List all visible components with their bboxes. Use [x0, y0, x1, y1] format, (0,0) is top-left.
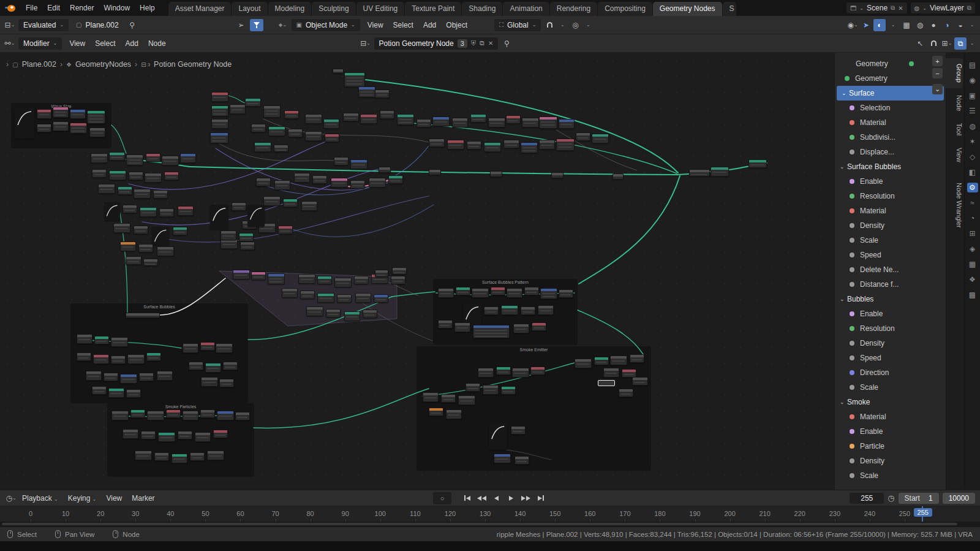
copy-icon[interactable]: ⧉: [967, 4, 971, 12]
socket-item-subdivisi-[interactable]: Subdivisi...: [835, 130, 946, 145]
chevron-down-icon[interactable]: ⌄: [840, 296, 847, 302]
graph-node[interactable]: [484, 306, 499, 315]
auto-key-toggle[interactable]: ○: [433, 492, 451, 504]
graph-node[interactable]: [551, 172, 564, 178]
graph-node[interactable]: [612, 173, 624, 180]
graph-node[interactable]: [37, 124, 51, 132]
graph-node[interactable]: [524, 287, 539, 295]
graph-node[interactable]: [391, 276, 405, 284]
socket-item-scale[interactable]: Scale: [835, 233, 946, 248]
graph-node[interactable]: [153, 190, 168, 199]
graph-node[interactable]: [478, 368, 494, 378]
shading-solid-icon[interactable]: ●: [927, 19, 940, 31]
pin-icon[interactable]: ⚲: [500, 37, 513, 50]
graph-node[interactable]: [223, 362, 238, 370]
menu-edit[interactable]: Edit: [42, 2, 65, 14]
graph-node[interactable]: [494, 454, 511, 463]
socket-item-material[interactable]: Material: [835, 203, 946, 218]
viewport-menu-view[interactable]: View: [363, 19, 388, 31]
chevron-down-icon[interactable]: ⌄: [840, 164, 847, 170]
viewport-menu-object[interactable]: Object: [441, 19, 472, 31]
graph-node[interactable]: [538, 305, 554, 315]
graph-node[interactable]: [748, 159, 767, 168]
proportional-editing-icon[interactable]: ◎: [569, 19, 581, 31]
graph-node[interactable]: [93, 354, 109, 364]
graph-node[interactable]: [195, 432, 211, 442]
graph-node[interactable]: [126, 313, 160, 318]
graph-node[interactable]: [87, 110, 105, 124]
graph-node[interactable]: [154, 452, 169, 461]
graph-node[interactable]: [298, 274, 315, 284]
graph-node[interactable]: [539, 140, 555, 150]
graph-node[interactable]: [113, 223, 130, 233]
node-graph-editor[interactable]: Wave SizeSurface BubblesSmoke ParticlesS…: [0, 53, 834, 490]
graph-node[interactable]: [513, 324, 529, 333]
graph-node[interactable]: [592, 134, 609, 143]
graph-node[interactable]: [126, 154, 143, 165]
graph-node[interactable]: [172, 454, 187, 463]
socket-group-bubbles[interactable]: ⌄Bubbles: [835, 292, 946, 306]
graph-node[interactable]: [254, 142, 271, 152]
graph-node[interactable]: [491, 287, 505, 295]
graph-node[interactable]: [109, 152, 125, 161]
graph-node[interactable]: [86, 371, 102, 381]
menu-help[interactable]: Help: [135, 2, 160, 14]
workspace-tab-geometry-nodes[interactable]: Geometry Nodes: [653, 2, 722, 16]
socket-group-surface-bubbles[interactable]: ⌄Surface Bubbles: [835, 159, 946, 174]
graph-node[interactable]: [216, 343, 233, 353]
graph-node[interactable]: [141, 431, 156, 439]
graph-node[interactable]: [178, 206, 194, 216]
graph-node[interactable]: [200, 409, 215, 418]
graph-node[interactable]: [278, 226, 293, 234]
graph-node[interactable]: [489, 423, 507, 450]
graph-node[interactable]: [576, 132, 590, 141]
properties-tab-icon-7[interactable]: ◧: [967, 167, 978, 177]
graph-node[interactable]: [355, 293, 371, 303]
graph-node[interactable]: [94, 336, 109, 344]
tool-dropdown[interactable]: ⌖⌄: [277, 19, 289, 31]
scrollbar-handle[interactable]: [2, 523, 957, 525]
node-menu-select[interactable]: Select: [90, 37, 120, 50]
socket-item-speed[interactable]: Speed: [835, 351, 946, 365]
graph-node[interactable]: [158, 432, 175, 442]
graph-node[interactable]: [190, 452, 205, 461]
socket-item-selection[interactable]: Selection: [835, 101, 946, 115]
graph-node[interactable]: [109, 170, 126, 180]
graph-node[interactable]: [501, 305, 518, 315]
socket-item-resolution[interactable]: Resolution: [835, 321, 946, 336]
graph-node[interactable]: [350, 159, 368, 169]
graph-node[interactable]: [104, 202, 120, 221]
graph-node[interactable]: [619, 389, 633, 397]
graph-node[interactable]: [127, 354, 145, 364]
socket-group-surface[interactable]: ⌄Surface: [837, 86, 944, 101]
graph-node[interactable]: [333, 69, 344, 74]
graph-node[interactable]: [594, 357, 609, 365]
graph-node[interactable]: [559, 119, 575, 129]
graph-node[interactable]: [344, 72, 365, 87]
graph-node[interactable]: [111, 337, 128, 347]
graph-node[interactable]: [233, 270, 250, 279]
workspace-tab-sculpting[interactable]: Sculpting: [312, 2, 355, 16]
graph-node[interactable]: [157, 246, 174, 256]
copy-icon[interactable]: ⧉: [480, 39, 484, 47]
tree-type-dropdown[interactable]: Modifier⌄: [18, 37, 62, 50]
socket-menu-dropdown[interactable]: ⌄: [932, 84, 943, 94]
graph-node[interactable]: [490, 171, 502, 177]
graph-node[interactable]: [15, 108, 34, 139]
sidebar-tab-group[interactable]: Group: [946, 58, 963, 88]
socket-item-density[interactable]: Density: [835, 454, 946, 468]
graph-node[interactable]: [145, 173, 162, 183]
graph-node[interactable]: [521, 306, 535, 315]
graph-node[interactable]: [294, 173, 310, 183]
graph-node[interactable]: [130, 409, 145, 418]
graph-node[interactable]: [134, 226, 148, 234]
unlink-icon[interactable]: ✕: [488, 40, 493, 47]
socket-item-distance-f-[interactable]: Distance f...: [835, 277, 946, 292]
graph-node[interactable]: [484, 142, 501, 152]
graph-node[interactable]: [200, 342, 215, 351]
graph-node[interactable]: [388, 175, 403, 184]
graph-node[interactable]: [470, 114, 486, 123]
graph-node[interactable]: [235, 412, 250, 420]
close-icon[interactable]: ✕: [898, 5, 903, 12]
graph-node[interactable]: [157, 371, 173, 381]
